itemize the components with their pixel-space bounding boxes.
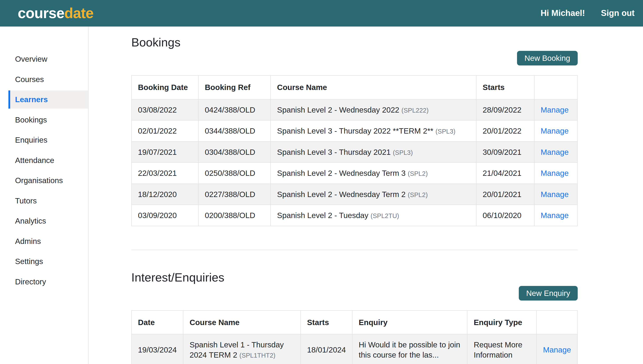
- column-header-starts: Starts: [476, 76, 534, 99]
- course-code: (SPL2): [408, 170, 428, 177]
- course-name: Spanish Level 2 - Tuesday: [277, 211, 368, 220]
- course-name-cell: Spanish Level 2 - Tuesday (SPL2TU): [271, 205, 476, 226]
- course-name: Spanish Level 3 - Thursday 2022 **TERM 2…: [277, 126, 433, 135]
- sidebar-item-bookings[interactable]: Bookings: [9, 111, 88, 129]
- starts-cell: 06/10/2020: [476, 205, 534, 226]
- sidebar-item-learners[interactable]: Learners: [9, 90, 88, 108]
- manage-link[interactable]: Manage: [541, 190, 569, 198]
- enquiries-button-row: New Enquiry: [131, 286, 578, 300]
- table-row: 18/12/2020 0227/388/OLD Spanish Level 2 …: [131, 184, 577, 205]
- sign-out-link[interactable]: Sign out: [601, 8, 634, 18]
- app-logo[interactable]: coursedate: [18, 4, 93, 23]
- enquiries-title: Interest/Enquiries: [131, 270, 578, 285]
- manage-link[interactable]: Manage: [543, 346, 571, 354]
- enquiry-text-cell: Hi Would it be possible to join this cou…: [352, 334, 467, 364]
- bookings-button-row: New Booking: [131, 51, 578, 66]
- course-name-cell: Spanish Level 3 - Thursday 2022 **TERM 2…: [271, 120, 476, 142]
- course-name: Spanish Level 2 - Wednesday 2022: [277, 106, 399, 114]
- booking-ref-cell: 0250/388/OLD: [198, 162, 271, 184]
- sidebar-item-attendance[interactable]: Attendance: [9, 151, 88, 170]
- course-code: (SPL2): [408, 191, 428, 198]
- column-header-booking-ref: Booking Ref: [198, 76, 271, 99]
- action-cell: Manage: [534, 120, 577, 142]
- manage-link[interactable]: Manage: [541, 126, 569, 135]
- section-divider: [131, 250, 578, 250]
- starts-cell: 20/01/2022: [476, 120, 534, 142]
- sidebar-nav: Overview Courses Learners Bookings Enqui…: [0, 26, 89, 364]
- enquiry-date-cell: 19/03/2024: [131, 334, 183, 364]
- course-name-cell: Spanish Level 3 - Thursday 2021 (SPL3): [271, 142, 476, 163]
- starts-cell: 20/01/2021: [476, 184, 534, 205]
- logo-text-date: date: [64, 5, 93, 21]
- logo-text-course: course: [18, 5, 64, 21]
- sidebar-item-overview[interactable]: Overview: [9, 50, 88, 68]
- table-row: 22/03/2021 0250/388/OLD Spanish Level 2 …: [131, 162, 577, 184]
- app-header: coursedate Hi Michael! Sign out: [0, 0, 643, 26]
- manage-link[interactable]: Manage: [541, 106, 569, 114]
- column-header-actions: [534, 76, 577, 99]
- enquiries-header-row: Date Course Name Starts Enquiry Enquiry …: [131, 310, 577, 334]
- manage-link[interactable]: Manage: [541, 169, 569, 177]
- action-cell: Manage: [534, 184, 577, 205]
- course-name: Spanish Level 3 - Thursday 2021: [277, 148, 391, 156]
- action-cell: Manage: [536, 334, 577, 364]
- starts-cell: 30/09/2021: [476, 142, 534, 163]
- course-name-cell: Spanish Level 2 - Wednesday 2022 (SPL222…: [271, 99, 476, 120]
- booking-ref-cell: 0304/388/OLD: [198, 142, 271, 163]
- page-layout: Overview Courses Learners Bookings Enqui…: [0, 26, 643, 364]
- new-enquiry-button[interactable]: New Enquiry: [519, 286, 578, 300]
- booking-ref-cell: 0200/388/OLD: [198, 205, 271, 226]
- sidebar-item-tutors[interactable]: Tutors: [9, 192, 88, 210]
- sidebar-item-organisations[interactable]: Organisations: [9, 172, 88, 190]
- course-code: (SPL222): [401, 107, 429, 114]
- bookings-title: Bookings: [131, 34, 578, 50]
- table-row: 19/03/2024 Spanish Level 1 - Thursday 20…: [131, 334, 577, 364]
- column-header-starts: Starts: [301, 310, 352, 334]
- course-name-cell: Spanish Level 2 - Wednesday Term 2 (SPL2…: [271, 184, 476, 205]
- course-code: (SPL1THT2): [239, 352, 275, 359]
- sidebar-item-enquiries[interactable]: Enquiries: [9, 131, 88, 149]
- booking-date-cell: 19/07/2021: [131, 142, 198, 163]
- course-name-cell: Spanish Level 2 - Wednesday Term 3 (SPL2…: [271, 162, 476, 184]
- table-row: 03/08/2022 0424/388/OLD Spanish Level 2 …: [131, 99, 577, 120]
- action-cell: Manage: [534, 205, 577, 226]
- sidebar-item-settings[interactable]: Settings: [9, 252, 88, 270]
- booking-ref-cell: 0424/388/OLD: [198, 99, 271, 120]
- sidebar-item-courses[interactable]: Courses: [9, 70, 88, 88]
- course-name-cell: Spanish Level 1 - Thursday 2024 TERM 2 (…: [183, 334, 301, 364]
- column-header-course-name: Course Name: [271, 76, 476, 99]
- action-cell: Manage: [534, 162, 577, 184]
- booking-ref-cell: 0227/388/OLD: [198, 184, 271, 205]
- column-header-course-name: Course Name: [183, 310, 301, 334]
- column-header-booking-date: Booking Date: [131, 76, 198, 99]
- header-right: Hi Michael! Sign out: [540, 8, 636, 18]
- starts-cell: 21/04/2021: [476, 162, 534, 184]
- bookings-header-row: Booking Date Booking Ref Course Name Sta…: [131, 76, 577, 99]
- sidebar-item-directory[interactable]: Directory: [9, 273, 88, 291]
- booking-date-cell: 03/09/2020: [131, 205, 198, 226]
- column-header-date: Date: [131, 310, 183, 334]
- sidebar-item-analytics[interactable]: Analytics: [9, 212, 88, 230]
- manage-link[interactable]: Manage: [541, 148, 569, 156]
- table-row: 02/01/2022 0344/388/OLD Spanish Level 3 …: [131, 120, 577, 142]
- course-code: (SPL3): [393, 149, 413, 156]
- course-code: (SPL3): [436, 128, 456, 135]
- user-greeting: Hi Michael!: [540, 8, 585, 18]
- column-header-enquiry: Enquiry: [352, 310, 467, 334]
- main-content: Bookings New Booking Booking Date Bookin…: [89, 26, 643, 364]
- booking-ref-cell: 0344/388/OLD: [198, 120, 271, 142]
- new-booking-button[interactable]: New Booking: [517, 51, 578, 66]
- table-row: 19/07/2021 0304/388/OLD Spanish Level 3 …: [131, 142, 577, 163]
- course-code: (SPL2TU): [371, 212, 399, 219]
- enquiries-table: Date Course Name Starts Enquiry Enquiry …: [131, 310, 578, 364]
- sidebar-item-admins[interactable]: Admins: [9, 232, 88, 250]
- booking-date-cell: 03/08/2022: [131, 99, 198, 120]
- course-name: Spanish Level 2 - Wednesday Term 3: [277, 169, 405, 177]
- manage-link[interactable]: Manage: [541, 211, 569, 220]
- column-header-actions: [536, 310, 577, 334]
- booking-date-cell: 18/12/2020: [131, 184, 198, 205]
- booking-date-cell: 02/01/2022: [131, 120, 198, 142]
- starts-cell: 18/01/2024: [301, 334, 352, 364]
- course-name: Spanish Level 2 - Wednesday Term 2: [277, 190, 405, 198]
- enquiry-type-cell: Request More Information: [467, 334, 536, 364]
